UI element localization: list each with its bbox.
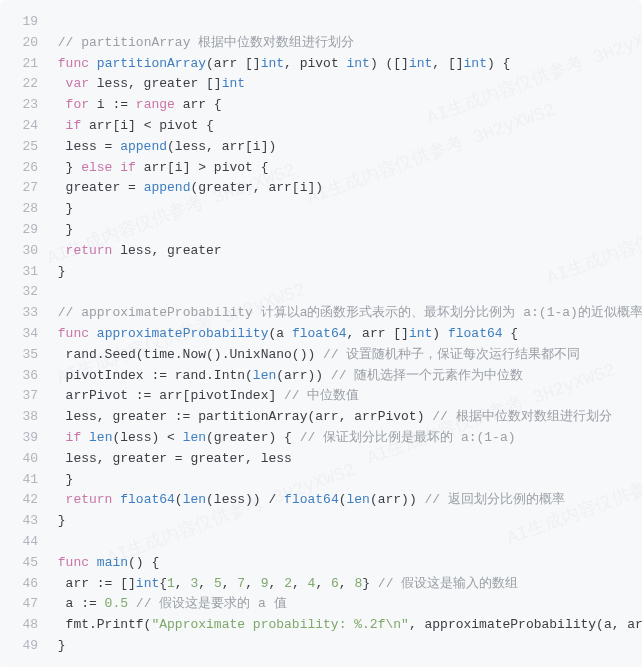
code-content <box>50 12 642 33</box>
code-line: 39 if len(less) < len(greater) { // 保证划分… <box>0 428 642 449</box>
code-content: // partitionArray 根据中位数对数组进行划分 <box>50 33 642 54</box>
line-number: 35 <box>0 345 50 366</box>
line-number: 20 <box>0 33 50 54</box>
code-line: 33 // approximateProbability 计算以a的函数形式表示… <box>0 303 642 324</box>
line-number: 31 <box>0 262 50 283</box>
code-line: 44 <box>0 532 642 553</box>
code-content: if arr[i] < pivot { <box>50 116 642 137</box>
line-number: 48 <box>0 615 50 636</box>
code-content: for i := range arr { <box>50 95 642 116</box>
code-content: arr := []int{1, 3, 5, 7, 9, 2, 4, 6, 8} … <box>50 574 642 595</box>
code-line: 32 <box>0 282 642 303</box>
code-content: func main() { <box>50 553 642 574</box>
line-number: 25 <box>0 137 50 158</box>
code-line: 19 <box>0 12 642 33</box>
code-content: arrPivot := arr[pivotIndex] // 中位数值 <box>50 386 642 407</box>
code-content: } <box>50 636 642 657</box>
code-line: 48 fmt.Printf("Approximate probability: … <box>0 615 642 636</box>
code-content: func approximateProbability(a float64, a… <box>50 324 642 345</box>
line-number: 19 <box>0 12 50 33</box>
code-content <box>50 282 642 303</box>
line-number: 45 <box>0 553 50 574</box>
line-number: 46 <box>0 574 50 595</box>
code-line: 45 func main() { <box>0 553 642 574</box>
code-content: func partitionArray(arr []int, pivot int… <box>50 54 642 75</box>
line-number: 26 <box>0 158 50 179</box>
line-number: 22 <box>0 74 50 95</box>
line-number: 27 <box>0 178 50 199</box>
code-line: 20 // partitionArray 根据中位数对数组进行划分 <box>0 33 642 54</box>
code-content: fmt.Printf("Approximate probability: %.2… <box>50 615 642 636</box>
code-line: 28 } <box>0 199 642 220</box>
line-number: 43 <box>0 511 50 532</box>
code-content: var less, greater []int <box>50 74 642 95</box>
code-content: return less, greater <box>50 241 642 262</box>
code-content: return float64(len(less)) / float64(len(… <box>50 490 642 511</box>
code-line: 38 less, greater := partitionArray(arr, … <box>0 407 642 428</box>
code-content: } <box>50 220 642 241</box>
code-line: 43 } <box>0 511 642 532</box>
line-number: 34 <box>0 324 50 345</box>
line-number: 36 <box>0 366 50 387</box>
code-content: less = append(less, arr[i]) <box>50 137 642 158</box>
code-line: 49 } <box>0 636 642 657</box>
code-line: 37 arrPivot := arr[pivotIndex] // 中位数值 <box>0 386 642 407</box>
code-content: less, greater = greater, less <box>50 449 642 470</box>
code-content: // approximateProbability 计算以a的函数形式表示的、最… <box>50 303 642 324</box>
line-number: 47 <box>0 594 50 615</box>
line-number: 32 <box>0 282 50 303</box>
line-number: 33 <box>0 303 50 324</box>
line-number: 28 <box>0 199 50 220</box>
line-number: 23 <box>0 95 50 116</box>
code-line: 26 } else if arr[i] > pivot { <box>0 158 642 179</box>
code-line: 25 less = append(less, arr[i]) <box>0 137 642 158</box>
code-line: 36 pivotIndex := rand.Intn(len(arr)) // … <box>0 366 642 387</box>
line-number: 41 <box>0 470 50 491</box>
code-line: 24 if arr[i] < pivot { <box>0 116 642 137</box>
line-number: 21 <box>0 54 50 75</box>
code-content: } <box>50 511 642 532</box>
code-content: } <box>50 470 642 491</box>
line-number: 30 <box>0 241 50 262</box>
code-line: 23 for i := range arr { <box>0 95 642 116</box>
code-line: 46 arr := []int{1, 3, 5, 7, 9, 2, 4, 6, … <box>0 574 642 595</box>
line-number: 24 <box>0 116 50 137</box>
code-line: 34 func approximateProbability(a float64… <box>0 324 642 345</box>
code-line: 35 rand.Seed(time.Now().UnixNano()) // 设… <box>0 345 642 366</box>
code-content: rand.Seed(time.Now().UnixNano()) // 设置随机… <box>50 345 642 366</box>
line-number: 38 <box>0 407 50 428</box>
line-number: 37 <box>0 386 50 407</box>
line-number: 29 <box>0 220 50 241</box>
code-content: if len(less) < len(greater) { // 保证划分比例是… <box>50 428 642 449</box>
line-number: 42 <box>0 490 50 511</box>
code-line: 21 func partitionArray(arr []int, pivot … <box>0 54 642 75</box>
code-content: } <box>50 199 642 220</box>
code-block: AI生成内容仅供参考 3H2yXWS2 AI生成内容仅供参考 3H2yXWS2 … <box>0 0 642 667</box>
code-content: pivotIndex := rand.Intn(len(arr)) // 随机选… <box>50 366 642 387</box>
code-line: 47 a := 0.5 // 假设这是要求的 a 值 <box>0 594 642 615</box>
code-line: 22 var less, greater []int <box>0 74 642 95</box>
code-line: 29 } <box>0 220 642 241</box>
code-line: 42 return float64(len(less)) / float64(l… <box>0 490 642 511</box>
line-number: 39 <box>0 428 50 449</box>
code-line: 27 greater = append(greater, arr[i]) <box>0 178 642 199</box>
line-number: 49 <box>0 636 50 657</box>
line-number: 40 <box>0 449 50 470</box>
code-line: 31 } <box>0 262 642 283</box>
code-content: } else if arr[i] > pivot { <box>50 158 642 179</box>
code-line: 41 } <box>0 470 642 491</box>
code-content: greater = append(greater, arr[i]) <box>50 178 642 199</box>
code-content: a := 0.5 // 假设这是要求的 a 值 <box>50 594 642 615</box>
code-content <box>50 532 642 553</box>
code-content: less, greater := partitionArray(arr, arr… <box>50 407 642 428</box>
code-content: } <box>50 262 642 283</box>
code-line: 40 less, greater = greater, less <box>0 449 642 470</box>
code-line: 30 return less, greater <box>0 241 642 262</box>
line-number: 44 <box>0 532 50 553</box>
